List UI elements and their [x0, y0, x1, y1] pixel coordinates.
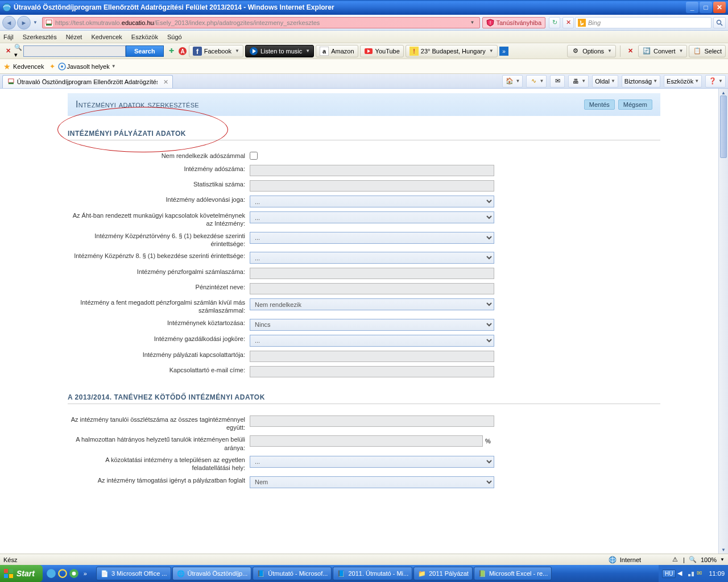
zoom-icon[interactable]: 🔍 — [688, 555, 697, 564]
menu-help[interactable]: Súgó — [167, 34, 182, 40]
select-tax-deduction[interactable]: ... — [250, 196, 494, 207]
input-tax-number[interactable] — [250, 165, 494, 176]
print-button[interactable]: 🖶▼ — [568, 75, 589, 88]
tray-language[interactable]: HU — [662, 569, 676, 578]
help-button[interactable]: ❓▼ — [705, 75, 726, 88]
select-single-site[interactable]: ... — [250, 456, 494, 468]
tray-net-icon[interactable] — [687, 569, 695, 577]
scroll-down-arrow[interactable]: ▼ — [719, 546, 728, 554]
input-bank-name[interactable] — [250, 283, 494, 294]
feeds-button[interactable]: ∿▼ — [526, 75, 547, 88]
scroll-thumb[interactable] — [720, 95, 727, 158]
input-ratio[interactable] — [250, 435, 483, 447]
window-minimize-button[interactable]: _ — [686, 2, 698, 13]
tab-title: Útravaló Ösztöndíjprogram Ellenőrzött Ad… — [17, 78, 158, 85]
plus-icon[interactable]: ✚ — [167, 47, 176, 56]
taskbar-item-folder[interactable]: 📁2011 Pályázat — [413, 567, 473, 580]
menu-view[interactable]: Nézet — [66, 34, 82, 40]
browser-search-go-button[interactable] — [713, 17, 726, 28]
tray-clock[interactable]: 11:09 — [709, 570, 725, 577]
nav-back-button[interactable]: ◄ — [2, 16, 16, 30]
select-kozp8[interactable]: ... — [250, 252, 494, 264]
home-button[interactable]: 🏠▼ — [502, 75, 523, 88]
svg-text:!: ! — [413, 48, 415, 55]
nav-stop-button[interactable]: ✕ — [562, 17, 574, 28]
youtube-button[interactable]: YouTube — [360, 45, 404, 57]
protected-mode-icon[interactable]: ⚠ — [671, 555, 680, 564]
select-public-debt[interactable]: Nincs — [250, 319, 494, 331]
menu-favorites[interactable]: Kedvencek — [91, 34, 122, 40]
input-contact[interactable] — [250, 351, 494, 362]
tray-arrow-icon[interactable]: ◀ — [677, 569, 685, 577]
select-button[interactable]: 📋Select — [689, 45, 726, 57]
browser-search-box[interactable]: Bing — [575, 17, 712, 28]
amazon-button[interactable]: aAmazon — [316, 45, 358, 57]
input-total-students[interactable] — [250, 415, 494, 427]
quick-launch-chevrons-icon[interactable]: » — [80, 567, 90, 580]
favorites-star-icon[interactable]: ★ — [3, 62, 11, 71]
chevrons-icon[interactable]: » — [499, 47, 508, 56]
bing-icon — [578, 19, 586, 27]
toolbar-search-magnifier-icon[interactable]: 🔍▾ — [14, 47, 23, 56]
certificate-error-button[interactable]: ! Tanúsítványhiba — [482, 17, 546, 28]
tab-close-icon[interactable]: ✕ — [163, 78, 168, 86]
listen-to-music-button[interactable]: Listen to music▼ — [245, 45, 314, 57]
taskbar-item-word2[interactable]: 📘2011. Útmutató - Mi... — [333, 567, 412, 580]
add-favorite-star-icon[interactable]: ✦ — [49, 63, 55, 70]
window-maximize-button[interactable]: □ — [700, 2, 712, 13]
options-button[interactable]: ⚙Options▼ — [567, 45, 616, 57]
menu-file[interactable]: Fájl — [3, 34, 14, 40]
taskbar-item-ie[interactable]: 🌐Útravaló Ösztöndíjp... — [172, 567, 252, 580]
zoom-dropdown[interactable]: ▼ — [720, 557, 725, 562]
input-contact-email[interactable] — [250, 366, 494, 377]
toolbar-search-input[interactable] — [23, 45, 126, 57]
toolbar-search-button[interactable]: Search — [126, 45, 164, 57]
taskbar-item-word1[interactable]: 📘Útmutató - Microsof... — [253, 567, 332, 580]
address-bar[interactable]: https://test.okmutravalo.educatio.hu/Ese… — [42, 17, 480, 28]
mail-button[interactable]: ✉ — [550, 75, 565, 88]
label-other-account: Intézmény a fent megadott pénzforgalmi s… — [68, 298, 250, 315]
zoom-level[interactable]: 100% — [701, 556, 717, 563]
nav-history-dropdown[interactable]: ▼ — [32, 16, 39, 30]
toolbar-close-icon-2[interactable]: ✕ — [628, 47, 633, 55]
browser-tab[interactable]: Útravaló Ösztöndíjprogram Ellenőrzött Ad… — [2, 75, 173, 88]
input-stat-number[interactable] — [250, 180, 494, 192]
safety-menu-button[interactable]: Biztonság▼ — [622, 75, 660, 88]
select-economy[interactable]: ... — [250, 335, 494, 347]
quick-launch-ie-icon[interactable] — [46, 567, 56, 580]
select-aht[interactable]: ... — [250, 211, 494, 223]
vertical-scrollbar[interactable]: ▲ ▼ — [718, 89, 728, 554]
taskbar-item-office[interactable]: 📄3 Microsoft Office ... — [96, 567, 171, 580]
page-menu-button[interactable]: Oldal▼ — [592, 75, 618, 88]
suggested-sites-button[interactable]: Javasolt helyek — [67, 63, 109, 70]
menu-edit[interactable]: Szerkesztés — [23, 34, 57, 40]
suggested-dropdown[interactable]: ▼ — [111, 64, 116, 69]
tools-menu-button[interactable]: Eszközök▼ — [664, 75, 702, 88]
nav-forward-button[interactable]: ► — [17, 16, 31, 30]
window-close-button[interactable]: ✕ — [713, 2, 726, 13]
tray-mail-icon[interactable]: ✉ — [697, 569, 705, 577]
quick-launch-chrome-icon[interactable] — [69, 567, 79, 580]
rss-icon: ∿ — [529, 77, 538, 86]
taskbar-tasks: 📄3 Microsoft Office ... 🌐Útravaló Ösztön… — [94, 567, 659, 580]
toolbar-close-icon[interactable]: ✕ — [6, 47, 11, 55]
taskbar-item-excel[interactable]: 📗Microsoft Excel - re... — [474, 567, 552, 580]
checkbox-no-tax[interactable] — [250, 152, 258, 160]
weather-button[interactable]: !23° Budapest, Hungary▼ — [406, 45, 498, 57]
select-other-account[interactable]: Nem rendelkezik — [250, 298, 494, 310]
address-dropdown[interactable]: ▼ — [468, 20, 477, 25]
select-support[interactable]: Nem — [250, 476, 494, 488]
convert-button[interactable]: 🔄Convert▼ — [638, 45, 687, 57]
menu-tools[interactable]: Eszközök — [131, 34, 158, 40]
favorites-label[interactable]: Kedvencek — [13, 63, 44, 70]
cancel-button[interactable]: Mégsem — [618, 99, 652, 110]
ask-icon[interactable]: A — [178, 47, 187, 56]
select-kozp6[interactable]: ... — [250, 232, 494, 244]
nav-refresh-button[interactable]: ↻ — [549, 17, 560, 28]
save-button[interactable]: Mentés — [584, 99, 615, 110]
facebook-button[interactable]: fFacebook▼ — [189, 45, 243, 57]
help-icon: ❓ — [708, 77, 717, 86]
start-button[interactable]: Start — [0, 565, 43, 582]
quick-launch-c-icon[interactable] — [57, 567, 68, 580]
input-bank-account[interactable] — [250, 268, 494, 279]
